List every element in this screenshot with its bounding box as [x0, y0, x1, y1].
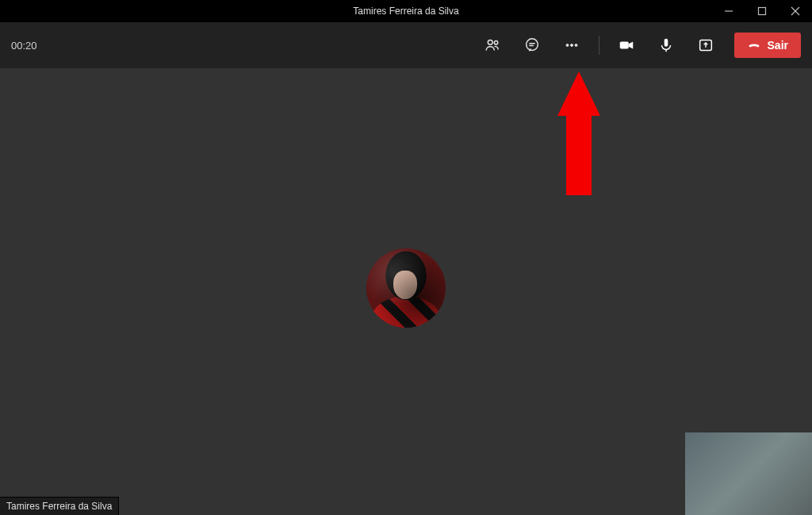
self-view-thumbnail[interactable]: [685, 432, 812, 515]
chat-icon: [523, 37, 541, 54]
mic-button[interactable]: [650, 31, 682, 60]
mic-icon: [657, 37, 675, 54]
maximize-icon: [757, 6, 767, 16]
svg-point-11: [575, 44, 577, 47]
svg-point-5: [494, 41, 497, 44]
share-button[interactable]: [690, 31, 722, 60]
people-icon: [484, 37, 501, 54]
hangup-icon: [747, 38, 761, 52]
more-actions-button[interactable]: [556, 31, 588, 60]
window-controls: [712, 0, 812, 22]
leave-label: Sair: [768, 39, 788, 52]
close-button[interactable]: [779, 0, 812, 22]
participants-button[interactable]: [477, 31, 508, 60]
svg-rect-13: [664, 39, 668, 47]
svg-point-9: [566, 44, 569, 47]
svg-point-6: [526, 39, 538, 51]
leave-button[interactable]: Sair: [734, 33, 801, 58]
toolbar-divider: [599, 36, 599, 55]
call-stage: Tamires Ferreira da Silva: [0, 68, 812, 515]
camera-icon: [618, 37, 635, 54]
participant-name-label: Tamires Ferreira da Silva: [0, 497, 119, 515]
close-icon: [791, 6, 800, 16]
minimize-button[interactable]: [712, 0, 745, 22]
maximize-button[interactable]: [745, 0, 779, 22]
more-icon: [563, 37, 580, 54]
participant-avatar: [366, 248, 446, 328]
share-icon: [697, 37, 714, 54]
camera-button[interactable]: [611, 31, 642, 60]
svg-point-10: [570, 44, 573, 47]
call-toolbar: 00:20: [0, 22, 812, 68]
svg-rect-12: [619, 41, 628, 48]
svg-point-4: [488, 40, 492, 44]
titlebar: Tamires Ferreira da Silva: [0, 0, 812, 22]
call-timer: 00:20: [11, 40, 37, 52]
chat-button[interactable]: [516, 31, 548, 60]
minimize-icon: [724, 6, 733, 16]
svg-rect-1: [759, 8, 766, 15]
window-title: Tamires Ferreira da Silva: [0, 6, 812, 17]
